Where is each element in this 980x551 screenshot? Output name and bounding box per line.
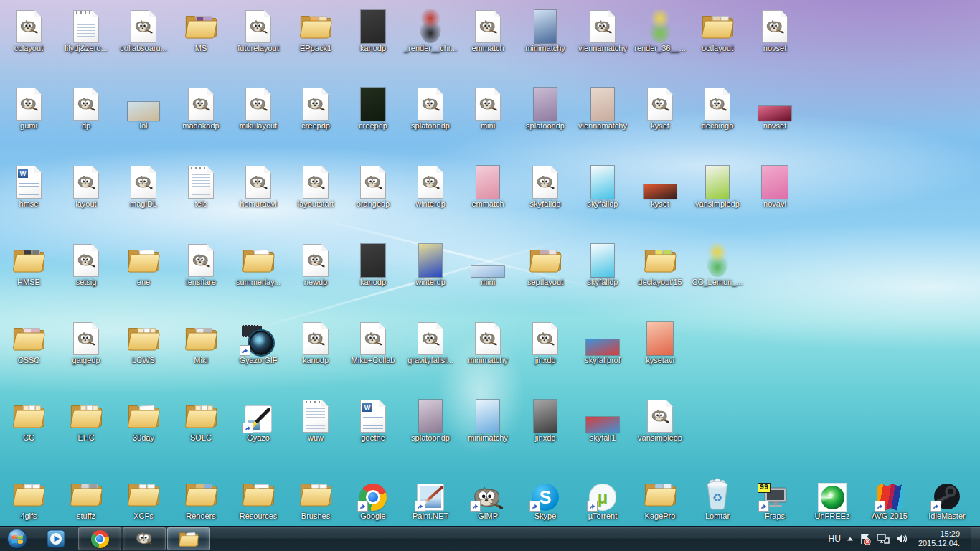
desktop-icon-torrent[interactable]: µµTorrent xyxy=(575,475,630,520)
desktop-icon-ene[interactable]: ene xyxy=(116,241,171,286)
desktop-icon-ms[interactable]: MS xyxy=(174,7,228,52)
action-center-flag-icon[interactable] xyxy=(859,533,871,545)
desktop-icon-declayout-15[interactable]: declayout'15 xyxy=(633,241,687,286)
taskbar-button-gimp[interactable] xyxy=(123,527,166,550)
desktop-icon-gravityfallsl[interactable]: gravityfallsl... xyxy=(403,319,458,364)
desktop-icon-goethe[interactable]: Wgoethe xyxy=(346,397,400,442)
desktop-icon-kyset[interactable]: kyset xyxy=(633,85,687,130)
desktop-icon-novset[interactable]: novset xyxy=(748,85,802,130)
desktop-icon-cc[interactable]: CC xyxy=(1,397,56,442)
desktop-icon-summerlay[interactable]: summerlay... xyxy=(231,241,286,286)
desktop-icon-skyfalldp[interactable]: skyfalldp xyxy=(575,163,630,208)
desktop-icon-solc[interactable]: SOLC xyxy=(174,397,228,442)
desktop-icon-homuraavi[interactable]: homuraavi xyxy=(231,163,286,208)
desktop-icon-resources[interactable]: Resources xyxy=(231,475,286,520)
desktop-icon-gumi[interactable]: gumi xyxy=(1,85,56,130)
desktop-icon-novset[interactable]: novset xyxy=(748,7,802,52)
desktop-icon-gaigedp[interactable]: gaigedp xyxy=(59,319,113,364)
desktop-icon-xcfs[interactable]: XCFs xyxy=(116,475,171,520)
desktop-icon-kysetavi[interactable]: kysetavi xyxy=(633,319,687,364)
desktop-icon-novavi[interactable]: novavi xyxy=(748,163,802,208)
desktop-icon-telc[interactable]: telc xyxy=(174,163,228,208)
desktop-icon-splatoondp[interactable]: splatoondp xyxy=(518,85,573,130)
start-button[interactable] xyxy=(0,527,34,551)
desktop-icon-render-chr[interactable]: _render__chr... xyxy=(403,7,458,52)
desktop-icon-layoutstart[interactable]: layoutstart xyxy=(288,163,343,208)
desktop-icon-octlayout[interactable]: octlayout xyxy=(690,7,745,52)
desktop-icon-minimatchy[interactable]: minimatchy xyxy=(461,319,515,364)
desktop-icon-skype[interactable]: SSkype xyxy=(518,475,573,520)
show-desktop-button[interactable] xyxy=(971,527,980,551)
desktop-icon-kanodp[interactable]: kanodp xyxy=(346,241,400,286)
desktop-icon-cssc[interactable]: CSSC xyxy=(1,319,56,364)
desktop-icon-skyfallprof[interactable]: skyfallprof xyxy=(575,319,630,364)
desktop-icon-paint-net[interactable]: Paint.NET xyxy=(403,475,458,520)
desktop-icon-4gifs[interactable]: 4gifs xyxy=(1,475,56,520)
desktop-icon-hmse[interactable]: HMSE xyxy=(1,241,56,286)
desktop-icon-jinxdp[interactable]: jinxdp xyxy=(518,397,573,442)
desktop-icon-orangedp[interactable]: orangedp xyxy=(346,163,400,208)
desktop-icon-newdp[interactable]: newdp xyxy=(288,241,343,286)
desktop-icon-render-36[interactable]: render_36__... xyxy=(633,7,687,52)
desktop-icon-lilydj-zero[interactable]: lilydj&zero... xyxy=(59,7,113,52)
desktop-icon-collabsoaru[interactable]: collabsoaru... xyxy=(116,7,171,52)
desktop-icon-setsig[interactable]: setsig xyxy=(59,241,113,286)
desktop-icon-vansimpledp[interactable]: vansimpledp xyxy=(690,163,745,208)
desktop-icon-lensflare[interactable]: lensflare xyxy=(174,241,228,286)
desktop-icon-winterdp[interactable]: winterdp xyxy=(403,163,458,208)
desktop-icon-mini[interactable]: mini xyxy=(461,241,515,286)
hidden-icons-chevron-icon[interactable] xyxy=(847,536,854,542)
desktop-icon-futurelayout[interactable]: futurelayout xyxy=(231,7,286,52)
desktop-icon-layout[interactable]: layout xyxy=(59,163,113,208)
desktop-icon-decbingo[interactable]: decbingo xyxy=(690,85,745,130)
desktop-icon-emmatch[interactable]: emmatch xyxy=(461,163,515,208)
desktop-icon-minimatchy[interactable]: minimatchy xyxy=(461,397,515,442)
taskbar-button-chrome[interactable] xyxy=(78,527,121,550)
desktop-icon-splatoondp[interactable]: splatoondp xyxy=(403,397,458,442)
tray-clock[interactable]: 15:29 2015.12.04. xyxy=(913,529,965,548)
desktop-icon-30day[interactable]: 30day xyxy=(116,397,171,442)
desktop-icon-magidl[interactable]: magiDL xyxy=(116,163,171,208)
desktop-icon-creepdp[interactable]: creepdp xyxy=(288,85,343,130)
desktop-icon-idlemaster[interactable]: IdleMaster xyxy=(920,475,974,520)
desktop-icon-lomt-r[interactable]: ♻Lomtár xyxy=(690,475,745,520)
desktop-icon-ehc[interactable]: EHC xyxy=(59,397,113,442)
desktop-icon-winterdp[interactable]: winterdp xyxy=(403,241,458,286)
language-indicator[interactable]: HU xyxy=(829,534,841,544)
desktop-icon-kanodp[interactable]: kanodp xyxy=(346,7,400,52)
taskbar-button-explorer[interactable] xyxy=(167,527,210,550)
desktop-icon-eppack1[interactable]: EPpack1 xyxy=(288,7,343,52)
desktop-icon-splatoondp[interactable]: splatoondp xyxy=(403,85,458,130)
desktop-icon-viennamatchy[interactable]: viennamatchy xyxy=(575,85,630,130)
desktop-icon-kanodp[interactable]: kanodp xyxy=(288,319,343,364)
desktop-icon-jinxdp[interactable]: jinxdp xyxy=(518,319,573,364)
desktop-icon-cclayout[interactable]: cclayout xyxy=(1,7,56,52)
desktop-icon-stuffz[interactable]: stuffz xyxy=(59,475,113,520)
desktop-icon-septlayout[interactable]: septlayout xyxy=(518,241,573,286)
desktop-icon-minimatchy[interactable]: minimatchy xyxy=(518,7,573,52)
desktop-icon-viennamatchy[interactable]: viennamatchy xyxy=(575,7,630,52)
desktop-icon-cc-lemon[interactable]: CC_Lemon_... xyxy=(690,241,745,286)
volume-icon[interactable] xyxy=(895,533,908,545)
desktop-icon-kagepro[interactable]: KagePro xyxy=(633,475,687,520)
network-icon[interactable] xyxy=(877,533,890,545)
taskbar-button-media-player[interactable] xyxy=(35,528,77,550)
desktop-icon-gimp[interactable]: GIMP xyxy=(461,475,515,520)
desktop-icon-brushes[interactable]: Brushes xyxy=(288,475,343,520)
desktop-icon-miki[interactable]: Miki xyxy=(174,319,228,364)
desktop-icon-gyazo[interactable]: Gyazo xyxy=(231,397,286,442)
desktop-icon-hmse[interactable]: Whmse xyxy=(1,163,56,208)
desktop-icon-vansimpledp[interactable]: vansimpledp xyxy=(633,397,687,442)
desktop-icon-renders[interactable]: Renders xyxy=(174,475,228,520)
desktop-icon-creepdp[interactable]: creepdp xyxy=(346,85,400,130)
desktop-icon-google[interactable]: Google xyxy=(346,475,400,520)
desktop-icon-madokadp[interactable]: madokadp xyxy=(174,85,228,130)
desktop-icon-unfreez[interactable]: UnFREEz xyxy=(805,475,859,520)
desktop-icon-mini[interactable]: mini xyxy=(461,85,515,130)
desktop-icon-emmatch[interactable]: emmatch xyxy=(461,7,515,52)
desktop-icon-lcws[interactable]: LCWS xyxy=(116,319,171,364)
desktop-icon-fraps[interactable]: 99Fraps xyxy=(748,475,802,520)
desktop-icon-skyfall1[interactable]: skyfall1 xyxy=(575,397,630,442)
desktop-icon-wuw[interactable]: wuw xyxy=(288,397,343,442)
desktop-icon-gyazo-gif[interactable]: Gyazo GIF xyxy=(231,319,286,364)
